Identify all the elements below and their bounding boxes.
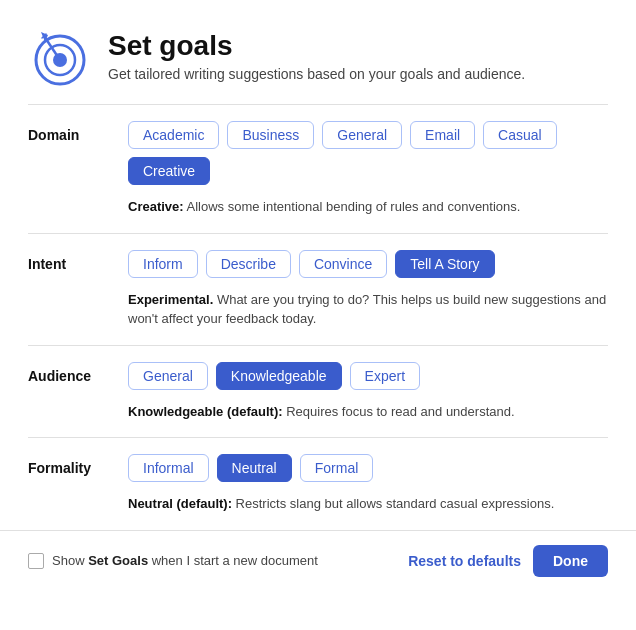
domain-btn-creative[interactable]: Creative: [128, 157, 210, 185]
domain-btn-business[interactable]: Business: [227, 121, 314, 149]
intent-btn-describe[interactable]: Describe: [206, 250, 291, 278]
formality-btn-informal[interactable]: Informal: [128, 454, 209, 482]
divider-3: [28, 345, 608, 346]
formality-description: Neutral (default): Restricts slang but a…: [128, 494, 608, 514]
audience-label: Audience: [28, 362, 108, 384]
show-set-goals-checkbox[interactable]: [28, 553, 44, 569]
domain-description: Creative: Allows some intentional bendin…: [128, 197, 608, 217]
done-button[interactable]: Done: [533, 545, 608, 577]
intent-description: Experimental. What are you trying to do?…: [128, 290, 608, 329]
page-title: Set goals: [108, 30, 525, 62]
audience-btn-general[interactable]: General: [128, 362, 208, 390]
intent-section: Intent Inform Describe Convince Tell A S…: [28, 250, 608, 329]
formality-label: Formality: [28, 454, 108, 476]
domain-btn-academic[interactable]: Academic: [128, 121, 219, 149]
intent-label: Intent: [28, 250, 108, 272]
formality-btn-formal[interactable]: Formal: [300, 454, 374, 482]
divider-4: [28, 437, 608, 438]
divider-1: [28, 104, 608, 105]
audience-btn-expert[interactable]: Expert: [350, 362, 420, 390]
domain-label: Domain: [28, 121, 108, 143]
reset-defaults-button[interactable]: Reset to defaults: [408, 553, 521, 569]
domain-section: Domain Academic Business General Email C…: [28, 121, 608, 217]
intent-btn-inform[interactable]: Inform: [128, 250, 198, 278]
intent-btn-tell-a-story[interactable]: Tell A Story: [395, 250, 494, 278]
audience-buttons: General Knowledgeable Expert: [128, 362, 420, 390]
intent-buttons: Inform Describe Convince Tell A Story: [128, 250, 495, 278]
domain-btn-general[interactable]: General: [322, 121, 402, 149]
page-header: Set goals Get tailored writing suggestio…: [28, 24, 608, 88]
footer: Show Set Goals when I start a new docume…: [0, 530, 636, 591]
footer-right: Reset to defaults Done: [408, 545, 608, 577]
formality-section: Formality Informal Neutral Formal Neutra…: [28, 454, 608, 514]
audience-description: Knowledgeable (default): Requires focus …: [128, 402, 608, 422]
audience-section: Audience General Knowledgeable Expert Kn…: [28, 362, 608, 422]
intent-btn-convince[interactable]: Convince: [299, 250, 387, 278]
page-subtitle: Get tailored writing suggestions based o…: [108, 66, 525, 82]
formality-btn-neutral[interactable]: Neutral: [217, 454, 292, 482]
target-icon: [28, 24, 92, 88]
domain-btn-email[interactable]: Email: [410, 121, 475, 149]
audience-btn-knowledgeable[interactable]: Knowledgeable: [216, 362, 342, 390]
domain-btn-casual[interactable]: Casual: [483, 121, 557, 149]
formality-buttons: Informal Neutral Formal: [128, 454, 373, 482]
domain-buttons: Academic Business General Email Casual C…: [128, 121, 608, 185]
footer-checkbox-label: Show Set Goals when I start a new docume…: [52, 553, 318, 568]
divider-2: [28, 233, 608, 234]
footer-left: Show Set Goals when I start a new docume…: [28, 553, 318, 569]
